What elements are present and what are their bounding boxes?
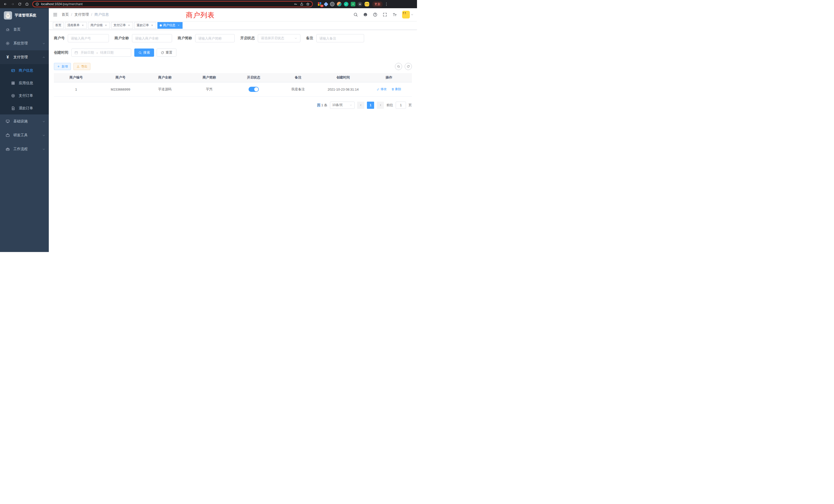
pagination-total: 共 1 条	[317, 103, 327, 108]
close-icon[interactable]	[150, 24, 154, 27]
edit-link[interactable]: 修改	[377, 87, 387, 91]
reset-button[interactable]: 重置	[157, 48, 176, 57]
chevron-down-icon	[42, 148, 45, 151]
sidebar-toggle-button[interactable]	[49, 8, 62, 21]
chevron-up-icon	[42, 56, 45, 59]
extension-icon-1[interactable]: 10	[317, 2, 322, 6]
remark-input[interactable]	[320, 37, 361, 40]
tab-refund-order[interactable]: 退款订单	[134, 22, 156, 29]
github-icon[interactable]	[361, 10, 370, 19]
delete-link[interactable]: 删除	[391, 87, 401, 91]
close-icon[interactable]	[104, 24, 108, 27]
short-name-input[interactable]	[198, 37, 232, 40]
col-actions: 操作	[366, 73, 412, 82]
page-1-button[interactable]: 1	[367, 101, 374, 109]
site-info-icon[interactable]	[36, 2, 39, 6]
sidebar-item-refund-order[interactable]: 退款订单	[0, 102, 49, 114]
sidebar-item-system[interactable]: 系统管理	[0, 37, 49, 50]
user-menu[interactable]	[402, 11, 413, 19]
tab-pay-order[interactable]: 支付订单	[111, 22, 133, 29]
sidebar-item-workflow[interactable]: 工作流程	[0, 142, 49, 156]
password-key-icon[interactable]	[294, 2, 297, 6]
extension-icon-4[interactable]	[337, 2, 342, 6]
fullscreen-icon[interactable]	[380, 10, 389, 19]
gear-icon	[5, 41, 10, 45]
extension-icon-7[interactable]: ◆	[358, 2, 362, 6]
merchant-no-input[interactable]	[71, 37, 106, 40]
merchant-no-label: 商户号	[54, 36, 65, 41]
tab-merchant-info[interactable]: 商户信息	[157, 22, 182, 29]
cell-merchant-id: 1	[54, 82, 98, 96]
sidebar-item-payment[interactable]: ¥ 支付管理	[0, 50, 49, 64]
payment-submenu: 商户信息 应用信息 支付订单 退款订单	[0, 64, 49, 114]
tab-user-group[interactable]: 用户分组	[88, 22, 110, 29]
browser-forward-button[interactable]	[9, 1, 16, 7]
page-size-select[interactable]: 10条/页	[330, 101, 355, 109]
page-unit-label: 页	[409, 103, 412, 108]
chevron-down-icon	[42, 134, 45, 137]
refresh-button[interactable]	[405, 63, 412, 70]
app-logo[interactable]: 芋道管理系统	[0, 8, 49, 23]
short-name-label: 商户简称	[178, 36, 192, 41]
address-bar[interactable]: localhost:1024/pay/merchant	[32, 1, 313, 7]
col-status: 开启状态	[232, 73, 276, 82]
browser-home-button[interactable]	[24, 1, 30, 7]
calendar-icon	[74, 51, 78, 54]
extensions-area: 10 ✓ ≡ ◆	[317, 2, 369, 6]
browser-back-button[interactable]	[2, 1, 9, 7]
breadcrumb: 首页 / 支付管理 / 商户信息	[62, 12, 109, 17]
status-toggle[interactable]	[248, 87, 259, 92]
create-time-range-picker[interactable]: 开始日期 - 结束日期	[71, 48, 131, 57]
col-short-name: 商户简称	[187, 73, 232, 82]
sidebar-item-app-info[interactable]: 应用信息	[0, 77, 49, 89]
col-merchant-no: 商户号	[98, 73, 143, 82]
browser-menu-button[interactable]: ⋮	[383, 1, 390, 7]
close-icon[interactable]	[177, 24, 180, 27]
col-full-name: 商户全称	[143, 73, 187, 82]
col-merchant-id: 商户编号	[54, 73, 98, 82]
export-button[interactable]: 导出	[73, 63, 90, 70]
extension-icon-2[interactable]	[324, 2, 328, 6]
add-button[interactable]: 新增	[54, 63, 71, 70]
full-name-input[interactable]	[135, 37, 169, 40]
tab-home[interactable]: 首页	[53, 22, 64, 29]
sidebar-item-infra[interactable]: 基础设施	[0, 114, 49, 128]
next-page-button[interactable]	[377, 101, 384, 109]
help-icon[interactable]	[371, 10, 379, 19]
url-path: /pay/merchant	[62, 2, 83, 6]
extension-badge: 10	[320, 5, 324, 7]
close-icon[interactable]	[127, 24, 131, 27]
sidebar-item-pay-order[interactable]: 支付订单	[0, 89, 49, 102]
prev-page-button[interactable]	[357, 101, 364, 109]
extension-icon-6[interactable]: ≡	[351, 2, 355, 6]
logo-avatar	[4, 11, 12, 20]
sidebar: 芋道管理系统 首页 系统管理 ¥ 支付管理 商户信息 应用信息	[0, 8, 49, 252]
close-icon[interactable]	[81, 24, 85, 27]
font-size-icon[interactable]	[390, 10, 399, 19]
extension-icon-5[interactable]: ✓	[344, 2, 348, 6]
breadcrumb-home[interactable]: 首页	[62, 12, 69, 17]
sidebar-item-dev-tools[interactable]: 研发工具	[0, 128, 49, 142]
browser-update-button[interactable]: 更新	[372, 1, 382, 7]
sidebar-item-merchant-info[interactable]: 商户信息	[0, 64, 49, 77]
active-dot	[160, 24, 162, 26]
toolbox-icon	[5, 133, 10, 137]
search-button[interactable]: 搜索	[134, 48, 154, 57]
table-row: 1 M233666999 芋道源码 芋艿 我是备注 2021-10-23 08:…	[54, 82, 412, 96]
browser-reload-button[interactable]	[17, 1, 23, 7]
cell-full-name: 芋道源码	[143, 82, 187, 96]
user-avatar[interactable]	[402, 11, 410, 19]
status-select[interactable]: 请选择开启状态	[258, 34, 301, 42]
profile-avatar-icon[interactable]	[365, 2, 369, 6]
extension-icon-3[interactable]	[330, 2, 334, 6]
goto-page-input[interactable]	[396, 101, 406, 109]
breadcrumb-payment[interactable]: 支付管理	[74, 12, 89, 17]
share-icon[interactable]	[300, 2, 304, 6]
tab-process-form[interactable]: 流程表单	[65, 22, 87, 29]
search-icon[interactable]	[351, 10, 360, 19]
sidebar-item-home[interactable]: 首页	[0, 23, 49, 37]
toggle-search-button[interactable]	[395, 63, 402, 70]
yen-icon: ¥	[5, 55, 10, 60]
merchant-card-icon	[11, 69, 16, 73]
bookmark-star-icon[interactable]	[306, 2, 310, 6]
